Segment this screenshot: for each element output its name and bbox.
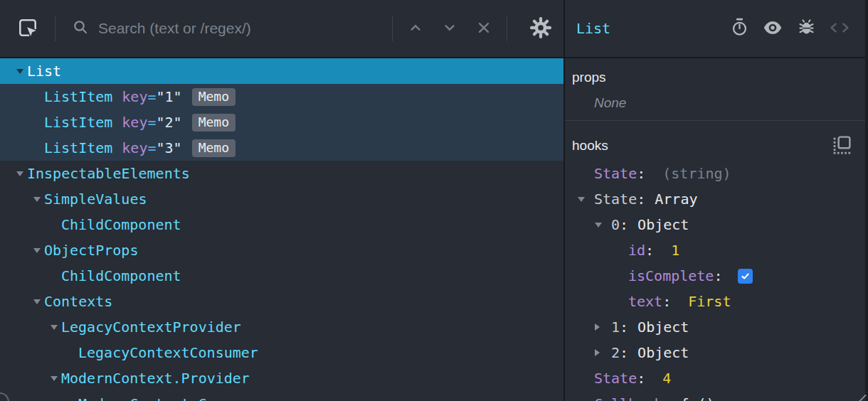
components-tree-panel: ListListItemkey="1"MemoListItemkey="2"Me… xyxy=(0,0,563,401)
hooks-section-label: hooks xyxy=(565,121,868,161)
chevron-down-icon xyxy=(440,18,459,39)
search-input[interactable] xyxy=(98,20,385,37)
settings-button[interactable] xyxy=(529,16,552,41)
toolbar-divider xyxy=(507,16,507,41)
component-name: ListItem xyxy=(44,139,112,156)
tree-row[interactable]: ChildComponent xyxy=(0,263,563,289)
previous-result-button[interactable] xyxy=(398,11,433,46)
tree-row[interactable]: ListItemkey="1"Memo xyxy=(0,84,563,109)
component-name: LegacyContextConsumer xyxy=(78,344,258,361)
component-name: ListItem xyxy=(44,88,112,105)
component-key-attribute: key="3" xyxy=(122,139,181,156)
inspect-dom-button[interactable] xyxy=(763,19,782,38)
parse-hook-names-button[interactable] xyxy=(832,136,851,154)
search-nav-group xyxy=(393,11,507,46)
component-name: LegacyContextProvider xyxy=(61,319,241,336)
hook-row[interactable]: id:1 xyxy=(565,237,868,263)
suspend-toggle-button[interactable] xyxy=(730,19,748,38)
parse-hook-names-icon xyxy=(832,146,851,156)
hook-name: State xyxy=(594,165,637,182)
tree-row[interactable]: LegacyContextProvider xyxy=(0,314,563,340)
expand-arrow-icon[interactable] xyxy=(47,376,61,381)
stopwatch-icon xyxy=(730,18,749,39)
components-tree: ListListItemkey="1"MemoListItemkey="2"Me… xyxy=(0,58,563,401)
tree-row[interactable]: ChildComponent xyxy=(0,212,563,237)
hook-row[interactable]: 1:Object xyxy=(565,314,868,340)
tree-row[interactable]: ListItemkey="3"Memo xyxy=(0,135,563,161)
hook-value: (string) xyxy=(662,165,731,182)
hook-value: Array xyxy=(655,191,697,208)
hook-name: Callback xyxy=(594,395,662,401)
hooks-tree: State:(string)State:Array0:Objectid:1isC… xyxy=(565,161,868,401)
value-checkbox[interactable] xyxy=(738,269,753,284)
component-name: SimpleValues xyxy=(44,191,147,208)
hook-row[interactable]: State:Array xyxy=(565,186,868,212)
inspected-component-title: List xyxy=(576,20,610,37)
component-name: InspectableElements xyxy=(27,165,190,182)
hook-row[interactable]: isComplete: xyxy=(565,263,868,289)
hook-row[interactable]: text:First xyxy=(565,289,868,314)
tree-row[interactable]: LegacyContextConsumer xyxy=(0,340,563,365)
hook-value: First xyxy=(688,293,731,310)
hook-name: isComplete xyxy=(628,267,714,284)
component-name: ChildComponent xyxy=(61,216,181,233)
scrollbar-track[interactable] xyxy=(865,0,868,401)
expand-arrow-icon[interactable] xyxy=(30,197,44,202)
tree-row[interactable]: List xyxy=(0,58,563,84)
search-area xyxy=(55,0,392,57)
expand-arrow-icon[interactable] xyxy=(578,197,594,202)
collapsed-arrow-icon[interactable] xyxy=(595,324,611,331)
tree-row[interactable]: ModernContext.Consumer xyxy=(0,391,563,401)
hook-name: text xyxy=(628,293,662,310)
hook-value: 4 xyxy=(662,370,671,387)
tree-row[interactable]: ModernContext.Provider xyxy=(0,365,563,391)
expand-arrow-icon[interactable] xyxy=(13,171,27,176)
expand-arrow-icon[interactable] xyxy=(47,325,61,330)
tree-row[interactable]: Contexts xyxy=(0,289,563,314)
tree-row[interactable]: InspectableElements xyxy=(0,161,563,186)
expand-arrow-icon[interactable] xyxy=(30,248,44,253)
component-name: ModernContext.Consumer xyxy=(78,395,267,401)
tree-row[interactable]: ObjectProps xyxy=(0,237,563,263)
hook-value: Object xyxy=(637,216,689,233)
memo-badge: Memo xyxy=(192,114,235,132)
hooks-section: hooks State:(string)State: xyxy=(565,121,868,401)
component-name: ModernContext.Provider xyxy=(61,370,250,387)
tree-row[interactable]: SimpleValues xyxy=(0,186,563,212)
bug-icon xyxy=(797,18,816,39)
hook-name: 1 xyxy=(611,319,620,336)
next-result-button[interactable] xyxy=(433,11,467,46)
hook-value: ƒ () xyxy=(680,395,714,401)
chevron-up-icon xyxy=(406,18,425,39)
expand-arrow-icon[interactable] xyxy=(13,69,27,74)
component-name: ChildComponent xyxy=(61,267,181,284)
props-section: props None xyxy=(565,58,868,121)
tree-toolbar xyxy=(0,0,563,58)
inspect-element-button[interactable] xyxy=(17,17,38,41)
component-key-attribute: key="1" xyxy=(122,88,181,105)
component-name: ListItem xyxy=(44,114,112,131)
hook-row[interactable]: State:(string) xyxy=(565,161,868,186)
tree-row[interactable]: ListItemkey="2"Memo xyxy=(0,109,563,135)
react-devtools-components-panel: ListListItemkey="1"MemoListItemkey="2"Me… xyxy=(0,0,868,401)
component-name: List xyxy=(27,63,61,80)
collapsed-arrow-icon[interactable] xyxy=(595,349,611,356)
component-name: ObjectProps xyxy=(44,242,138,259)
props-section-label: props xyxy=(565,58,868,85)
log-to-console-button[interactable] xyxy=(797,19,815,38)
hook-row[interactable]: 0:Object xyxy=(565,212,868,237)
hook-name: State xyxy=(594,370,637,387)
hook-row[interactable]: 2:Object xyxy=(565,340,868,365)
memo-badge: Memo xyxy=(192,139,235,157)
hook-row[interactable]: Callback:ƒ () xyxy=(565,391,868,401)
component-name: Contexts xyxy=(44,293,112,310)
clear-search-button[interactable] xyxy=(467,11,501,46)
hook-value: 1 xyxy=(671,242,679,259)
props-empty-value: None xyxy=(594,95,868,111)
hook-row[interactable]: State:4 xyxy=(565,365,868,391)
view-source-button[interactable] xyxy=(830,19,849,38)
expand-arrow-icon[interactable] xyxy=(30,299,44,304)
search-icon xyxy=(55,18,89,38)
expand-arrow-icon[interactable] xyxy=(595,223,611,228)
close-icon xyxy=(475,18,493,39)
